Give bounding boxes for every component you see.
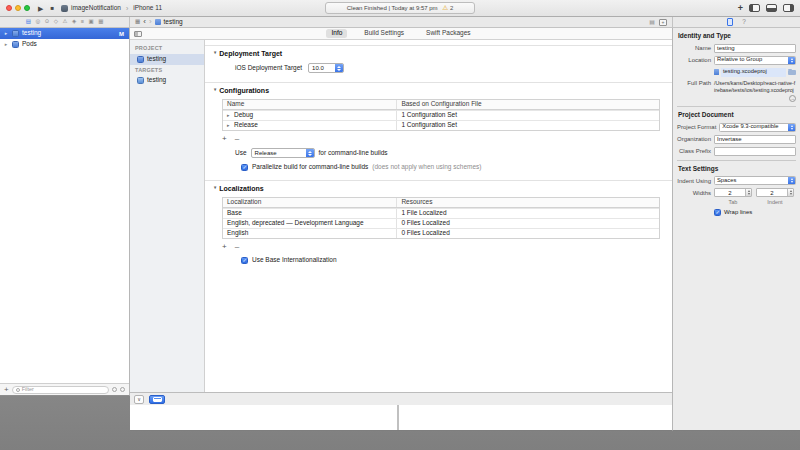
disclosure-icon[interactable]: ▾ (214, 186, 216, 191)
disclosure-icon[interactable]: ▾ (214, 88, 216, 93)
disclosure-icon[interactable]: ▸ (3, 42, 9, 47)
related-items-icon[interactable]: ▦ (135, 19, 140, 25)
table-row[interactable]: English, deprecated — Development Langua… (223, 218, 659, 228)
section-title: Configurations (219, 87, 269, 94)
disclosure-icon[interactable]: ▸ (227, 113, 232, 118)
organization-field[interactable]: Invertase (714, 135, 796, 144)
base-internationalization-checkbox[interactable]: ✓ (241, 257, 248, 264)
stepper-arrows-icon[interactable] (787, 189, 793, 196)
tab-width-stepper[interactable]: 2 (714, 188, 752, 197)
forward-icon[interactable]: › (149, 18, 152, 26)
navigator-row-testing[interactable]: ▸ testing M (0, 28, 129, 39)
table-row[interactable]: ▸ Debug 1 Configuration Set (223, 110, 659, 120)
class-prefix-field[interactable] (714, 147, 796, 156)
back-icon[interactable]: ‹ (143, 18, 146, 26)
hide-debug-area-button[interactable]: ∨ (134, 395, 144, 404)
breakpoint-navigator-icon[interactable]: ▣ (88, 19, 93, 25)
symbol-navigator-icon[interactable]: ⊙ (45, 19, 50, 25)
run-button[interactable]: ▶ (38, 5, 43, 12)
stepper-arrows-icon[interactable] (745, 189, 751, 196)
target-row[interactable]: testing (130, 75, 204, 86)
localizations-header[interactable]: ▾ Localizations (205, 185, 672, 196)
report-navigator-icon[interactable]: ▦ (98, 19, 103, 25)
quick-help-inspector-tab-icon[interactable]: ? (742, 19, 746, 26)
deployment-target-section: ▾ Deployment Target iOS Deployment Targe… (205, 45, 672, 82)
deployment-target-header[interactable]: ▾ Deployment Target (205, 50, 672, 61)
disclosure-icon[interactable]: ▸ (227, 123, 232, 128)
run-destination[interactable]: iPhone 11 (133, 5, 162, 12)
project-format-row: Project Format Xcode 9.3-compatible (677, 123, 796, 132)
status-text: Clean Finished | Today at 9:57 pm (347, 5, 438, 11)
project-format-value: Xcode 9.3-compatible (720, 124, 788, 131)
remove-configuration-button[interactable]: – (235, 135, 239, 143)
project-navigator-tree: ▸ testing M ▸ Pods (0, 28, 129, 383)
table-row[interactable]: ▸ Release 1 Configuration Set (223, 120, 659, 130)
target-row-label: testing (147, 77, 166, 84)
navigator-row-pods[interactable]: ▸ Pods (0, 39, 129, 50)
scheme-selector[interactable]: imageNotification › iPhone 11 (61, 5, 162, 12)
name-field[interactable]: testing (714, 44, 796, 53)
filter-placeholder: Filter (22, 387, 34, 393)
tab-build-settings[interactable]: Build Settings (359, 29, 409, 39)
issue-navigator-icon[interactable]: ⚠ (63, 19, 68, 25)
table-header-row: Name Based on Configuration File (223, 100, 659, 110)
adjust-editor-options-icon[interactable]: ▤ (649, 19, 655, 25)
toggle-targets-list-icon[interactable] (134, 31, 142, 37)
organization-label: Organization (677, 136, 711, 142)
toggle-navigator-icon[interactable] (749, 4, 760, 12)
toggle-debug-area-icon[interactable] (766, 4, 777, 12)
project-format-popup[interactable]: Xcode 9.3-compatible (719, 123, 796, 132)
reveal-in-finder-icon[interactable]: → (789, 95, 796, 102)
localization-name: English (227, 230, 248, 237)
parallelize-checkbox[interactable]: ✓ (241, 164, 248, 171)
debug-layout-toggle[interactable] (149, 395, 165, 404)
configuration-file: 1 Configuration Set (397, 121, 659, 130)
tab-swift-packages[interactable]: Swift Packages (421, 29, 475, 39)
ios-deployment-target-popup[interactable]: 10.0 (308, 63, 344, 73)
navigator-filter-input[interactable]: Filter (12, 386, 109, 394)
project-row[interactable]: testing (130, 54, 204, 65)
add-file-button[interactable]: + (4, 386, 9, 394)
toggle-inspector-icon[interactable] (783, 4, 794, 12)
warning-badge[interactable]: ⚠ 2 (443, 5, 454, 12)
indent-width-stepper[interactable]: 2 (756, 188, 794, 197)
source-control-filter-icon[interactable] (120, 387, 125, 392)
remove-localization-button[interactable]: – (235, 243, 239, 251)
choose-location-folder-icon[interactable] (788, 70, 796, 75)
table-row[interactable]: English 0 Files Localized (223, 228, 659, 238)
localizations-section: ▾ Localizations Localization Resources B… (205, 180, 672, 273)
project-navigator-icon[interactable]: ▤ (26, 19, 31, 25)
recent-files-filter-icon[interactable] (112, 387, 117, 392)
tab-info[interactable]: Info (326, 29, 347, 39)
find-navigator-icon[interactable]: ◇ (54, 19, 58, 25)
location-popup[interactable]: Relative to Group (714, 56, 796, 65)
source-control-navigator-icon[interactable]: ◎ (35, 19, 40, 25)
indent-using-popup[interactable]: Spaces (714, 176, 796, 185)
project-format-label: Project Format (677, 124, 716, 130)
full-path-label: Full Path (677, 80, 711, 86)
wrap-lines-checkbox[interactable]: ✓ (714, 209, 721, 216)
add-editor-icon[interactable]: + (659, 19, 667, 26)
scheme-chevron-icon: › (126, 5, 128, 12)
library-icon[interactable]: + (738, 4, 743, 13)
class-prefix-row: Class Prefix (677, 147, 796, 156)
disclosure-icon[interactable]: ▸ (3, 31, 9, 36)
use-label: Use (235, 150, 247, 157)
zoom-window-button[interactable] (24, 5, 30, 11)
disclosure-icon[interactable]: ▾ (214, 51, 216, 56)
column-header-based-on: Based on Configuration File (397, 100, 659, 109)
add-configuration-button[interactable]: + (222, 135, 227, 143)
jump-bar-file-name[interactable]: testing (164, 19, 183, 26)
navigator-filter-bar: + Filter (0, 383, 129, 395)
file-inspector-tab-icon[interactable] (727, 18, 733, 26)
table-row[interactable]: Base 1 File Localized (223, 208, 659, 218)
minimize-window-button[interactable] (15, 5, 21, 11)
close-window-button[interactable] (6, 5, 12, 11)
command-line-config-popup[interactable]: Release (251, 148, 315, 158)
configurations-header[interactable]: ▾ Configurations (205, 87, 672, 98)
test-navigator-icon[interactable]: ◈ (72, 19, 76, 25)
scheme-name[interactable]: imageNotification (71, 5, 121, 12)
add-localization-button[interactable]: + (222, 243, 227, 251)
stop-button[interactable]: ■ (50, 5, 54, 11)
debug-navigator-icon[interactable]: ≡ (81, 19, 84, 25)
